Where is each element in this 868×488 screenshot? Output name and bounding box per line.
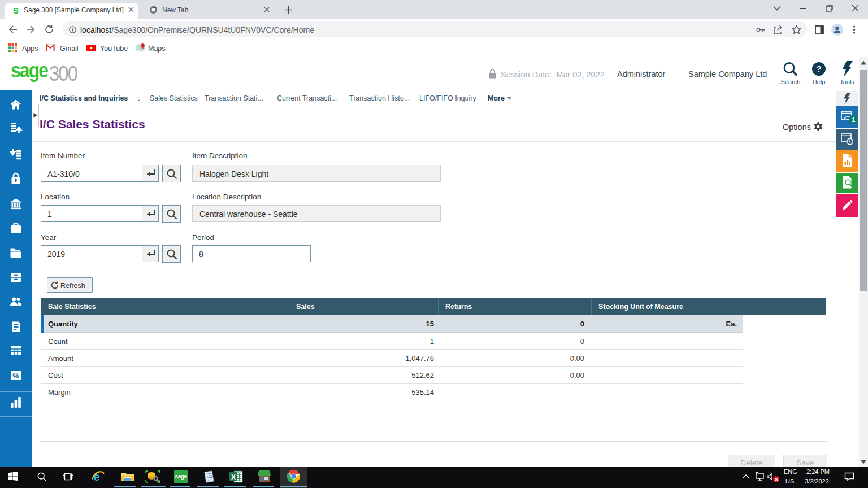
svg-text:%: % bbox=[12, 372, 19, 380]
svg-text:X: X bbox=[231, 473, 236, 481]
